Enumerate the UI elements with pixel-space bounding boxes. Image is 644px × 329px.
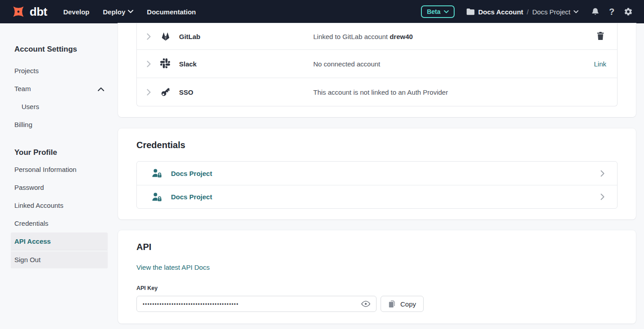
sidebar-item-credentials[interactable]: Credentials (11, 215, 108, 232)
api-key-input[interactable]: •••••••••••••••••••••••••••••••••••••••• (136, 296, 377, 312)
beta-label: Beta (427, 8, 440, 15)
slack-icon (160, 58, 171, 69)
user-lock-icon (152, 168, 162, 178)
nav-deploy[interactable]: Deploy (103, 8, 133, 16)
gitlab-status: Linked to GitLab account drew40 (313, 33, 413, 40)
breadcrumb-project-label: Docs Project (532, 8, 570, 16)
chevron-right-icon[interactable] (147, 33, 151, 40)
sidebar-item-team[interactable]: Team (11, 80, 108, 98)
copy-icon (388, 300, 396, 308)
service-name: GitLab (179, 33, 201, 40)
copy-api-key-button[interactable]: Copy (381, 296, 424, 312)
linked-account-row-sso: SSO This account is not linked to an Aut… (137, 78, 617, 106)
sidebar-item-users[interactable]: Users (11, 98, 108, 116)
sidebar-item-label: API Access (14, 232, 51, 250)
api-card: API View the latest API Docs API Key •••… (118, 230, 636, 324)
sidebar-item-sign-out[interactable]: Sign Out (11, 250, 108, 268)
api-key-masked-value: •••••••••••••••••••••••••••••••••••••••• (143, 296, 358, 312)
dbt-mark-icon (11, 4, 26, 19)
service-name: SSO (179, 88, 193, 96)
sidebar-item-label: Linked Accounts (14, 197, 63, 215)
sidebar-item-personal-information[interactable]: Personal Information (11, 161, 108, 179)
settings-sidebar: Account Settings Projects Team Users Bil… (0, 23, 118, 329)
api-docs-link[interactable]: View the latest API Docs (136, 263, 210, 271)
service-name: Slack (179, 60, 197, 68)
sidebar-item-label: Projects (14, 62, 39, 80)
linked-accounts-list: GitLab Linked to GitLab account drew40 S… (136, 23, 618, 106)
linked-account-row-gitlab: GitLab Linked to GitLab account drew40 (137, 23, 617, 49)
brand-name: dbt (30, 5, 47, 19)
notifications-bell-icon[interactable] (590, 7, 600, 17)
user-lock-icon (152, 192, 162, 202)
breadcrumb: Docs Account / Docs Project (466, 8, 579, 16)
breadcrumb-project-selector[interactable]: Docs Project (532, 8, 578, 16)
copy-button-label: Copy (400, 300, 416, 308)
sidebar-item-label: Billing (14, 116, 32, 134)
chevron-right-icon (600, 193, 605, 200)
credential-row[interactable]: Docs Project (137, 162, 617, 185)
help-glyph: ? (609, 7, 614, 17)
sidebar-item-label: Credentials (14, 215, 48, 232)
credentials-card: Credentials Docs Project Docs Project (118, 128, 636, 219)
chevron-down-icon (444, 10, 449, 13)
credentials-title: Credentials (136, 139, 618, 151)
sidebar-heading-your-profile: Your Profile (11, 148, 118, 157)
sidebar-item-label: Users (22, 98, 39, 116)
sidebar-item-linked-accounts[interactable]: Linked Accounts (11, 197, 108, 215)
status-text: Linked to GitLab account (313, 33, 390, 40)
sso-status: This account is not linked to an Auth Pr… (313, 88, 448, 96)
nav-documentation[interactable]: Documentation (147, 8, 196, 16)
beta-dropdown-button[interactable]: Beta (421, 5, 454, 18)
delete-gitlab-link-button[interactable] (596, 31, 606, 41)
chevron-down-icon (574, 10, 578, 13)
linked-username: drew40 (390, 33, 413, 40)
breadcrumb-account[interactable]: Docs Account (478, 8, 523, 16)
dbt-logo[interactable]: dbt (11, 4, 47, 19)
key-icon (160, 87, 171, 97)
sidebar-item-label: Team (14, 80, 31, 98)
chevron-right-icon[interactable] (147, 61, 151, 67)
sidebar-heading-account-settings: Account Settings (11, 45, 118, 54)
nav-develop[interactable]: Develop (63, 8, 89, 16)
breadcrumb-separator: / (527, 8, 529, 16)
credential-project-name: Docs Project (171, 170, 212, 177)
show-api-key-eye-icon[interactable] (361, 299, 371, 309)
nav-deploy-label: Deploy (103, 8, 125, 16)
linked-account-row-slack: Slack No connected account Link (137, 49, 617, 78)
api-key-label: API Key (136, 285, 618, 291)
sidebar-item-billing[interactable]: Billing (11, 116, 108, 134)
credential-row[interactable]: Docs Project (137, 185, 617, 208)
chevron-down-icon (128, 10, 133, 13)
sidebar-item-label: Password (14, 179, 44, 197)
credentials-list: Docs Project Docs Project (136, 161, 618, 209)
sidebar-item-label: Sign Out (14, 251, 40, 269)
chevron-right-icon (600, 170, 605, 177)
sidebar-item-label: Personal Information (14, 161, 76, 179)
folder-icon (466, 8, 475, 15)
slack-status: No connected account (313, 60, 380, 68)
sidebar-item-password[interactable]: Password (11, 179, 108, 197)
chevron-right-icon[interactable] (147, 89, 151, 96)
help-icon[interactable]: ? (607, 7, 617, 17)
linked-accounts-card: GitLab Linked to GitLab account drew40 S… (118, 23, 636, 117)
sidebar-item-api-access[interactable]: API Access (11, 232, 108, 250)
settings-gear-icon[interactable] (623, 7, 633, 17)
top-navbar: dbt Develop Deploy Documentation Beta Do… (0, 0, 644, 23)
slack-link-button[interactable]: Link (594, 60, 606, 68)
sidebar-item-projects[interactable]: Projects (11, 62, 108, 80)
credential-project-name: Docs Project (171, 193, 212, 201)
gitlab-icon (160, 31, 171, 42)
api-title: API (136, 241, 618, 253)
chevron-up-icon (98, 87, 104, 91)
